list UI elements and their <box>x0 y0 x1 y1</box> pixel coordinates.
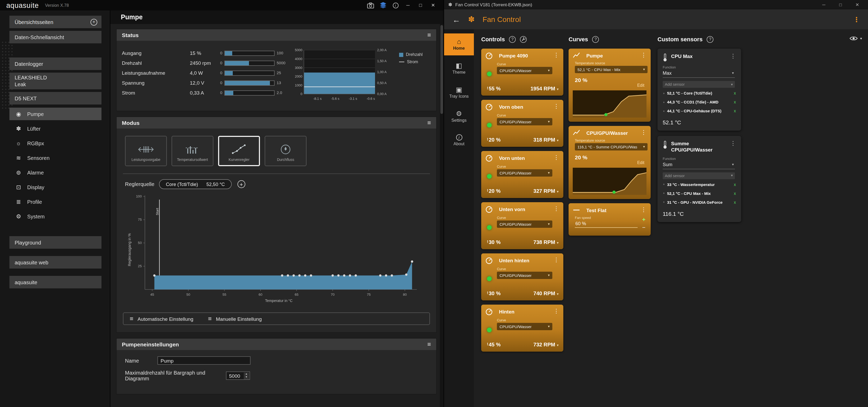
visibility-toggle[interactable]: ▾ <box>850 36 862 41</box>
edit-link[interactable]: Edit <box>637 160 644 165</box>
help-icon[interactable]: ? <box>509 36 516 42</box>
decrease-button[interactable]: − <box>642 224 646 230</box>
kebab-menu-icon[interactable]: ⋮ <box>553 206 559 212</box>
control-rpm[interactable]: 1954 RPM▾ <box>530 86 559 92</box>
sidebar-item-sensoren[interactable]: ≋Sensoren <box>9 151 101 164</box>
function-select[interactable]: Max▾ <box>663 70 735 78</box>
manuelle-einstellung-button[interactable]: ≡Manuelle Einstellung <box>208 315 261 323</box>
curve-select[interactable]: CPU/GPU/Wasser▾ <box>497 323 552 330</box>
sidebar-item-playground[interactable]: Playground <box>9 236 101 249</box>
fan-curve-chart[interactable]: 1007550254550556065707580StartReglerausg… <box>124 192 431 309</box>
minimize-button[interactable]: ─ <box>817 2 831 7</box>
sidebar-item-alarme[interactable]: ⊚Alarme <box>9 166 101 179</box>
close-button[interactable]: ✕ <box>427 3 439 8</box>
kebab-menu-icon[interactable]: ⋮ <box>641 207 647 213</box>
sidebar-item-datenlogger[interactable]: Datenlogger <box>9 58 101 70</box>
screenshot-icon[interactable] <box>364 2 377 8</box>
remove-sensor-button[interactable]: x <box>734 200 736 205</box>
add-page-button[interactable]: + <box>91 19 97 25</box>
sidebar-item-aquasuite[interactable]: aquasuite <box>9 276 101 289</box>
nav-item-tray-icons[interactable]: ▣Tray Icons <box>444 81 474 103</box>
help-icon[interactable]: ? <box>707 36 713 42</box>
sidebar-item-label: Pumpe <box>27 111 44 117</box>
curve-select[interactable]: CPU/GPU/Wasser▾ <box>497 272 552 279</box>
control-rpm[interactable]: 327 RPM▾ <box>533 188 559 194</box>
curve-select[interactable]: CPU/GPU/Wasser▾ <box>497 221 552 228</box>
panel-menu-icon[interactable]: ≡ <box>427 31 431 39</box>
sidebar-item-pumpe[interactable]: ◉Pumpe <box>9 108 101 120</box>
control-rpm[interactable]: 732 RPM▾ <box>533 342 559 347</box>
overlay-layers-icon[interactable] <box>377 2 389 8</box>
kebab-menu-icon[interactable]: ⋮ <box>553 308 559 314</box>
remove-sensor-button[interactable]: x <box>734 191 736 196</box>
name-input[interactable]: Pump <box>157 356 251 365</box>
mode-kurvenregler[interactable]: Kurvenregler <box>218 136 260 166</box>
curve-select[interactable]: CPU/GPU/Wasser▾ <box>497 118 552 125</box>
kebab-menu-icon[interactable]: ⋮ <box>730 53 736 59</box>
remove-sensor-button[interactable]: x <box>734 182 736 187</box>
fan-speed-input[interactable]: 60 % <box>575 221 638 228</box>
sidebar-item-display[interactable]: ⊡Display <box>9 181 101 193</box>
control-rpm[interactable]: 738 RPM▾ <box>533 239 559 245</box>
wrench-icon[interactable] <box>520 36 527 42</box>
sidebar-item-daten-schnellansicht[interactable]: Daten-Schnellansicht <box>9 31 101 43</box>
nav-item-theme[interactable]: ◧Theme <box>444 58 474 79</box>
add-source-button[interactable]: + <box>238 180 245 188</box>
add-sensor-select[interactable]: Add sensor▾ <box>663 172 735 179</box>
control-source-select[interactable]: Core (Tctl/Tdie) 52,50 °C <box>159 179 231 189</box>
help-icon[interactable]: ? <box>592 36 599 42</box>
curve-select[interactable]: CPU/GPU/Wasser▾ <box>497 67 552 74</box>
sidebar-item-bersichtsseiten[interactable]: Übersichtsseiten+ <box>9 16 101 28</box>
edit-link[interactable]: Edit <box>637 83 644 88</box>
minimize-button[interactable]: ─ <box>402 3 414 8</box>
nav-item-home[interactable]: ⌂Home <box>444 33 474 56</box>
sidebar-item-rgbpx[interactable]: ☼RGBpx <box>9 137 101 149</box>
sensor-label: 52,1 °C - CPU Max - Mix <box>667 191 732 196</box>
maximize-button[interactable]: □ <box>414 3 427 8</box>
add-sensor-select[interactable]: Add sensor▾ <box>663 81 735 88</box>
kebab-menu-icon[interactable]: ⋮ <box>853 15 860 23</box>
kebab-menu-icon[interactable]: ⋮ <box>730 140 736 146</box>
scrollbar-thumb[interactable] <box>440 25 443 114</box>
kebab-menu-icon[interactable]: ⋮ <box>553 257 559 263</box>
mode-leistungsvorgabe[interactable]: Leistungsvorgabe <box>125 136 167 166</box>
temperature-source-select[interactable]: 52,1 °C - CPU Max - Mix▾ <box>575 66 648 73</box>
spinner-down-icon[interactable]: ▾ <box>246 376 247 379</box>
function-select[interactable]: Sum▾ <box>663 162 735 169</box>
max-rpm-input[interactable]: 5000 ▴ ▾ <box>226 371 250 380</box>
curve-label: Curve <box>497 113 559 117</box>
nav-item-settings[interactable]: ⚙Settings <box>444 106 474 128</box>
mode-temperatursollwert[interactable]: Temperatursollwert <box>172 136 213 166</box>
control-rpm[interactable]: 740 RPM▾ <box>533 291 559 296</box>
mode-durchfluss[interactable]: Durchfluss <box>265 136 307 166</box>
spinner[interactable]: ▴ ▾ <box>244 372 249 379</box>
close-button[interactable]: ✕ <box>850 2 864 7</box>
status-dot <box>487 276 492 281</box>
sidebar-item-l-fter[interactable]: ✽Lüfter <box>9 122 101 135</box>
back-button[interactable]: ← <box>453 15 460 24</box>
panel-menu-icon[interactable]: ≡ <box>427 341 431 348</box>
remove-sensor-button[interactable]: x <box>734 109 736 113</box>
curve-select[interactable]: CPU/GPU/Wasser▾ <box>497 169 552 177</box>
sidebar-item-system[interactable]: ⚙System <box>9 210 101 223</box>
remove-sensor-button[interactable]: x <box>734 91 736 96</box>
temperature-source-select[interactable]: 116,1 °C - Summe CPU/GPU/Was▾ <box>575 143 648 150</box>
sidebar-item-d5-next[interactable]: D5 NEXT <box>9 92 101 104</box>
kebab-menu-icon[interactable]: ⋮ <box>553 155 559 160</box>
kebab-menu-icon[interactable]: ⋮ <box>553 103 559 109</box>
kebab-menu-icon[interactable]: ⋮ <box>641 52 647 58</box>
panel-menu-icon[interactable]: ≡ <box>427 119 431 127</box>
sidebar-item-aquasuite-web[interactable]: aquasuite web <box>9 256 101 269</box>
scrollbar[interactable] <box>440 24 443 407</box>
nav-item-about[interactable]: iAbout <box>444 130 474 151</box>
maximize-button[interactable]: □ <box>834 2 847 7</box>
increase-button[interactable]: + <box>642 216 646 223</box>
automatische-einstellung-button[interactable]: ≡Automatische Einstellung <box>130 315 193 323</box>
kebab-menu-icon[interactable]: ⋮ <box>553 52 559 58</box>
sidebar-item-leakshield[interactable]: LEAKSHIELDLeak <box>9 73 101 89</box>
sidebar-item-profile[interactable]: ≣Profile <box>9 195 101 208</box>
kebab-menu-icon[interactable]: ⋮ <box>641 130 647 135</box>
remove-sensor-button[interactable]: x <box>734 100 736 104</box>
info-icon[interactable]: i <box>389 2 402 8</box>
control-rpm[interactable]: 318 RPM▾ <box>533 137 559 143</box>
